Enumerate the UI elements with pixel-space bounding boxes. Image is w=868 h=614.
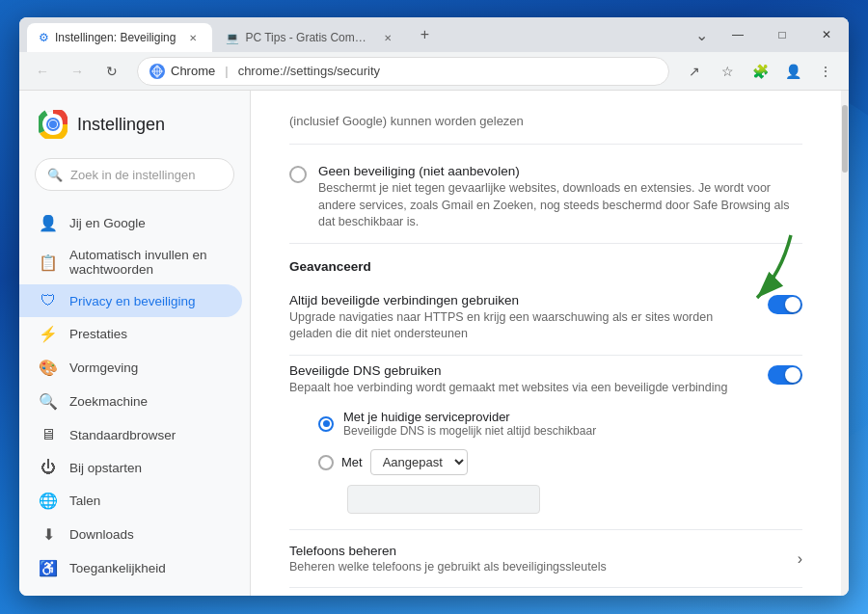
window-controls: ⌄ — □ ✕ [688, 17, 849, 52]
dns-radio-custom[interactable] [318, 455, 334, 470]
section-intro: (inclusief Google) kunnen worden gelezen [289, 106, 802, 145]
no-security-title: Geen beveiliging (niet aanbevolen) [318, 164, 802, 178]
scrollbar-track[interactable] [841, 91, 849, 596]
downloads-icon: ⬇ [39, 525, 58, 544]
settings-content: (inclusief Google) kunnen worden gelezen… [251, 91, 849, 596]
system-icon: ⚙ [39, 593, 58, 596]
dns-current-desc: Beveiligde DNS is mogelijk niet altijd b… [343, 424, 596, 438]
sidebar: Instellingen 🔍 Zoek in de instellingen 👤… [19, 91, 251, 596]
scrollbar-thumb[interactable] [842, 105, 848, 173]
share-button[interactable]: ↗ [679, 56, 710, 87]
tab-settings[interactable]: ⚙ Instellingen: Beveiliging ✕ [27, 23, 212, 52]
minimize-button[interactable]: — [716, 17, 760, 52]
secure-dns-section: Beveiligde DNS gebruiken Bepaalt hoe ver… [289, 356, 802, 531]
always-https-toggle[interactable] [768, 295, 802, 314]
dns-option-custom[interactable]: Met Aangepast [318, 443, 802, 481]
advanced-section-title: Geavanceerd [289, 259, 802, 274]
maximize-button[interactable]: □ [760, 17, 804, 52]
tab-pctips-label: PC Tips - Gratis Computer Tips.. [245, 31, 370, 44]
address-bar[interactable]: Chrome | chrome://settings/security [137, 57, 669, 86]
secure-dns-toggle[interactable] [768, 365, 802, 385]
accessibility-icon: ♿ [39, 559, 58, 577]
chrome-menu-icon[interactable]: ⌄ [688, 26, 716, 44]
chevron-right-icon: › [798, 550, 802, 568]
search-placeholder: Zoek in de instellingen [70, 168, 222, 182]
tab-pctips[interactable]: 💻 PC Tips - Gratis Computer Tips.. ✕ [214, 23, 407, 52]
always-https-text: Altijd beveiligde verbindingen gebruiken… [289, 293, 752, 343]
search-box[interactable]: 🔍 Zoek in de instellingen [35, 158, 234, 191]
bookmark-button[interactable]: ☆ [712, 56, 743, 87]
svg-point-8 [49, 120, 57, 128]
sidebar-item-privacy-beveiliging[interactable]: 🛡 Privacy en beveiliging [19, 284, 242, 317]
chrome-logo [39, 110, 68, 139]
sidebar-item-standaardbrowser[interactable]: 🖥 Standaardbrowser [19, 418, 242, 451]
secure-dns-title: Beveiligde DNS gebruiken [289, 363, 752, 378]
phones-manage-row[interactable]: Telefoons beheren Beheren welke telefoon… [289, 530, 802, 588]
forward-button[interactable]: → [62, 56, 93, 87]
sidebar-item-toegankelijkheid[interactable]: ♿ Toegankelijkheid [19, 551, 242, 585]
browser-icon: 🖥 [39, 426, 58, 443]
no-security-radio[interactable] [289, 166, 307, 183]
no-security-text: Geen beveiliging (niet aanbevolen) Besch… [318, 164, 802, 231]
tab-settings-favicon: ⚙ [39, 31, 49, 44]
tab-pctips-favicon: 💻 [226, 32, 239, 44]
tab-settings-label: Instellingen: Beveiliging [55, 31, 176, 44]
address-url: chrome://settings/security [238, 64, 380, 78]
sidebar-item-jij-en-google[interactable]: 👤 Jij en Google [19, 206, 242, 240]
address-separator: | [225, 64, 228, 78]
dns-option-custom-label: Met [341, 455, 363, 469]
secure-dns-desc: Bepaalt hoe verbinding wordt gemaakt met… [289, 380, 752, 397]
appearance-icon: 🎨 [39, 359, 58, 377]
back-button[interactable]: ← [27, 56, 58, 87]
tab-pctips-close[interactable]: ✕ [380, 30, 395, 45]
dns-radio-current[interactable] [318, 416, 334, 432]
phones-manage-desc: Beheren welke telefoons je gebruikt als … [289, 560, 607, 574]
sidebar-item-talen[interactable]: 🌐 Talen [19, 484, 242, 518]
search-engine-icon: 🔍 [39, 392, 58, 411]
no-security-option[interactable]: Geen beveiliging (niet aanbevolen) Besch… [289, 152, 802, 244]
extensions-button[interactable]: 🧩 [745, 56, 775, 87]
person-icon: 👤 [39, 214, 58, 232]
secure-dns-text: Beveiligde DNS gebruiken Bepaalt hoe ver… [289, 363, 752, 397]
toolbar-icons: ↗ ☆ 🧩 👤 ⋮ [679, 56, 841, 87]
no-security-desc: Beschermt je niet tegen gevaarlijke webs… [318, 180, 802, 231]
dns-custom-dropdown[interactable]: Aangepast [370, 449, 468, 475]
profile-button[interactable]: 👤 [777, 56, 808, 87]
toolbar: ← → ↻ Chrome | chrome://settings/securit… [19, 52, 849, 91]
title-bar: ⚙ Instellingen: Beveiliging ✕ 💻 PC Tips … [19, 17, 849, 52]
dns-custom-input[interactable] [347, 485, 540, 514]
sidebar-item-systeem[interactable]: ⚙ Systeem [19, 585, 242, 596]
dns-option-current[interactable]: Met je huidige serviceprovider Beveiligd… [318, 404, 802, 443]
phones-manage-title: Telefoons beheren [289, 544, 607, 558]
search-icon: 🔍 [47, 168, 63, 182]
always-https-title: Altijd beveiligde verbindingen gebruiken [289, 293, 752, 307]
reload-button[interactable]: ↻ [96, 56, 127, 87]
autofill-icon: 📋 [39, 254, 58, 272]
languages-icon: 🌐 [39, 492, 58, 510]
secure-dns-row: Beveiligde DNS gebruiken Bepaalt hoe ver… [289, 363, 802, 397]
sidebar-item-downloads[interactable]: ⬇ Downloads [19, 518, 242, 551]
dns-option-current-text: Met je huidige serviceprovider Beveiligd… [343, 410, 596, 438]
close-button[interactable]: ✕ [804, 17, 849, 52]
dns-options: Met je huidige serviceprovider Beveiligd… [289, 396, 802, 521]
content-area: Instellingen 🔍 Zoek in de instellingen 👤… [19, 91, 849, 596]
startup-icon: ⏻ [39, 459, 58, 476]
phones-manage-text: Telefoons beheren Beheren welke telefoon… [289, 544, 607, 574]
sidebar-item-vormgeving[interactable]: 🎨 Vormgeving [19, 351, 242, 385]
dns-current-title: Met je huidige serviceprovider [343, 410, 596, 424]
tab-settings-close[interactable]: ✕ [185, 30, 201, 45]
sidebar-item-zoekmachine[interactable]: 🔍 Zoekmachine [19, 385, 242, 418]
certificates-manage-row[interactable]: Apparaatcertificaten beheren HTTPS/SSL-c… [289, 588, 802, 596]
sidebar-item-automatisch-invullen[interactable]: 📋 Automatisch invullen en wachtwoorden [19, 240, 242, 284]
new-tab-button[interactable]: + [411, 21, 438, 48]
app-header: Instellingen [19, 98, 250, 150]
performance-icon: ⚡ [39, 325, 58, 343]
always-https-desc: Upgrade navigaties naar HTTPS en krijg e… [289, 309, 752, 343]
sidebar-item-prestaties[interactable]: ⚡ Prestaties [19, 317, 242, 351]
always-https-row: Altijd beveiligde verbindingen gebruiken… [289, 281, 802, 356]
address-text: Chrome [171, 64, 215, 78]
sidebar-item-bij-opstarten[interactable]: ⏻ Bij opstarten [19, 451, 242, 484]
app-title: Instellingen [77, 115, 165, 135]
menu-button[interactable]: ⋮ [810, 56, 841, 87]
tabs-area: ⚙ Instellingen: Beveiliging ✕ 💻 PC Tips … [19, 17, 688, 52]
